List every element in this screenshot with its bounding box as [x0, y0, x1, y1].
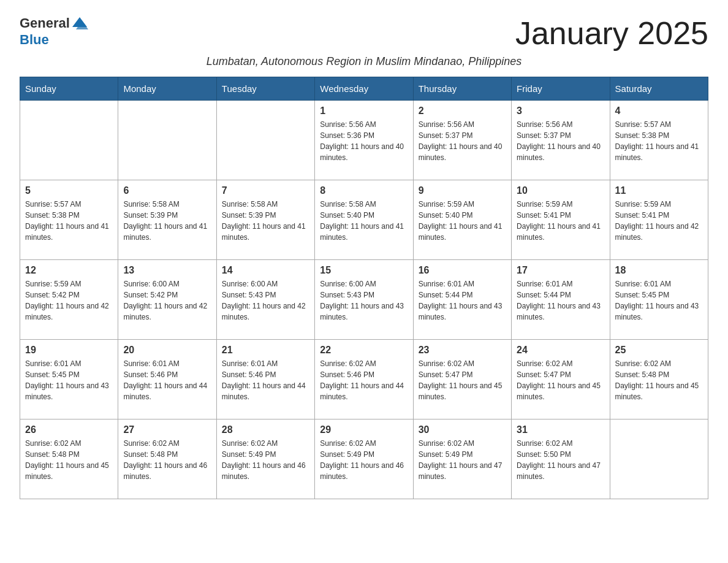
day-number: 13: [123, 265, 211, 276]
calendar-cell: 8Sunrise: 5:58 AM Sunset: 5:40 PM Daylig…: [315, 180, 413, 260]
calendar-week-1: 1Sunrise: 5:56 AM Sunset: 5:36 PM Daylig…: [20, 101, 708, 180]
day-number: 10: [517, 185, 604, 196]
day-info: Sunrise: 6:02 AM Sunset: 5:46 PM Dayligh…: [320, 358, 408, 402]
weekday-header-thursday: Thursday: [413, 77, 511, 101]
calendar-cell: 7Sunrise: 5:58 AM Sunset: 5:39 PM Daylig…: [216, 180, 314, 260]
calendar-cell: 22Sunrise: 6:02 AM Sunset: 5:46 PM Dayli…: [315, 340, 413, 419]
day-info: Sunrise: 6:02 AM Sunset: 5:47 PM Dayligh…: [517, 358, 604, 402]
calendar-cell: 5Sunrise: 5:57 AM Sunset: 5:38 PM Daylig…: [20, 180, 118, 260]
day-info: Sunrise: 6:01 AM Sunset: 5:44 PM Dayligh…: [517, 278, 604, 323]
day-number: 24: [517, 345, 604, 356]
weekday-header-sunday: Sunday: [20, 77, 118, 101]
day-number: 25: [615, 345, 703, 356]
day-info: Sunrise: 6:02 AM Sunset: 5:49 PM Dayligh…: [222, 438, 309, 482]
weekday-header-tuesday: Tuesday: [216, 77, 314, 101]
calendar-cell: [610, 419, 708, 499]
day-number: 18: [615, 265, 703, 276]
day-number: 22: [320, 345, 408, 356]
calendar-cell: 13Sunrise: 6:00 AM Sunset: 5:42 PM Dayli…: [118, 260, 216, 340]
day-info: Sunrise: 6:00 AM Sunset: 5:43 PM Dayligh…: [320, 278, 408, 323]
calendar-cell: 31Sunrise: 6:02 AM Sunset: 5:50 PM Dayli…: [512, 419, 610, 499]
day-info: Sunrise: 6:00 AM Sunset: 5:43 PM Dayligh…: [222, 278, 309, 323]
calendar-cell: 16Sunrise: 6:01 AM Sunset: 5:44 PM Dayli…: [413, 260, 511, 340]
day-info: Sunrise: 5:59 AM Sunset: 5:40 PM Dayligh…: [419, 199, 506, 243]
calendar-week-5: 26Sunrise: 6:02 AM Sunset: 5:48 PM Dayli…: [20, 419, 708, 499]
day-number: 11: [615, 185, 703, 196]
day-number: 4: [615, 105, 703, 117]
day-info: Sunrise: 6:01 AM Sunset: 5:45 PM Dayligh…: [615, 278, 703, 323]
calendar-week-4: 19Sunrise: 6:01 AM Sunset: 5:45 PM Dayli…: [20, 340, 708, 419]
day-number: 15: [320, 265, 408, 276]
calendar-cell: 24Sunrise: 6:02 AM Sunset: 5:47 PM Dayli…: [512, 340, 610, 419]
day-info: Sunrise: 6:02 AM Sunset: 5:48 PM Dayligh…: [123, 438, 211, 482]
day-info: Sunrise: 5:56 AM Sunset: 5:36 PM Dayligh…: [320, 119, 408, 163]
calendar-cell: 14Sunrise: 6:00 AM Sunset: 5:43 PM Dayli…: [216, 260, 314, 340]
calendar-cell: 4Sunrise: 5:57 AM Sunset: 5:38 PM Daylig…: [610, 101, 708, 180]
day-number: 27: [123, 424, 211, 435]
logo-icon: [71, 15, 88, 32]
day-number: 17: [517, 265, 604, 276]
calendar-cell: 21Sunrise: 6:01 AM Sunset: 5:46 PM Dayli…: [216, 340, 314, 419]
day-info: Sunrise: 5:57 AM Sunset: 5:38 PM Dayligh…: [25, 199, 113, 243]
day-number: 31: [517, 424, 604, 435]
calendar-week-2: 5Sunrise: 5:57 AM Sunset: 5:38 PM Daylig…: [20, 180, 708, 260]
calendar-header: SundayMondayTuesdayWednesdayThursdayFrid…: [20, 77, 708, 101]
day-number: 9: [419, 185, 506, 196]
calendar-cell: 26Sunrise: 6:02 AM Sunset: 5:48 PM Dayli…: [20, 419, 118, 499]
logo-blue-text: Blue: [20, 32, 49, 48]
month-title: January 2025: [515, 15, 708, 52]
page-header: General Blue January 2025: [20, 15, 708, 52]
calendar-cell: 1Sunrise: 5:56 AM Sunset: 5:36 PM Daylig…: [315, 101, 413, 180]
day-number: 12: [25, 265, 113, 276]
weekday-header-friday: Friday: [512, 77, 610, 101]
day-number: 14: [222, 265, 309, 276]
day-info: Sunrise: 5:58 AM Sunset: 5:39 PM Dayligh…: [123, 199, 211, 243]
day-number: 21: [222, 345, 309, 356]
day-number: 1: [320, 105, 408, 117]
day-info: Sunrise: 5:59 AM Sunset: 5:41 PM Dayligh…: [517, 199, 604, 243]
calendar-cell: 25Sunrise: 6:02 AM Sunset: 5:48 PM Dayli…: [610, 340, 708, 419]
calendar-week-3: 12Sunrise: 5:59 AM Sunset: 5:42 PM Dayli…: [20, 260, 708, 340]
day-number: 8: [320, 185, 408, 196]
day-info: Sunrise: 5:58 AM Sunset: 5:40 PM Dayligh…: [320, 199, 408, 243]
calendar-cell: 9Sunrise: 5:59 AM Sunset: 5:40 PM Daylig…: [413, 180, 511, 260]
day-number: 2: [419, 105, 506, 117]
calendar-cell: 30Sunrise: 6:02 AM Sunset: 5:49 PM Dayli…: [413, 419, 511, 499]
weekday-header-monday: Monday: [118, 77, 216, 101]
calendar-cell: 23Sunrise: 6:02 AM Sunset: 5:47 PM Dayli…: [413, 340, 511, 419]
calendar-cell: 20Sunrise: 6:01 AM Sunset: 5:46 PM Dayli…: [118, 340, 216, 419]
day-info: Sunrise: 6:01 AM Sunset: 5:46 PM Dayligh…: [222, 358, 309, 402]
calendar-cell: 28Sunrise: 6:02 AM Sunset: 5:49 PM Dayli…: [216, 419, 314, 499]
day-number: 6: [123, 185, 211, 196]
day-number: 3: [517, 105, 604, 117]
day-number: 16: [419, 265, 506, 276]
day-info: Sunrise: 5:58 AM Sunset: 5:39 PM Dayligh…: [222, 199, 309, 243]
day-info: Sunrise: 6:01 AM Sunset: 5:45 PM Dayligh…: [25, 358, 113, 402]
day-number: 30: [419, 424, 506, 435]
day-number: 20: [123, 345, 211, 356]
day-number: 23: [419, 345, 506, 356]
logo-general-text: General: [20, 15, 70, 31]
day-number: 29: [320, 424, 408, 435]
day-info: Sunrise: 5:57 AM Sunset: 5:38 PM Dayligh…: [615, 119, 703, 163]
day-info: Sunrise: 6:02 AM Sunset: 5:48 PM Dayligh…: [25, 438, 113, 482]
day-info: Sunrise: 5:56 AM Sunset: 5:37 PM Dayligh…: [517, 119, 604, 163]
weekday-header-row: SundayMondayTuesdayWednesdayThursdayFrid…: [20, 77, 708, 101]
day-number: 19: [25, 345, 113, 356]
calendar-cell: 12Sunrise: 5:59 AM Sunset: 5:42 PM Dayli…: [20, 260, 118, 340]
day-info: Sunrise: 6:02 AM Sunset: 5:48 PM Dayligh…: [615, 358, 703, 402]
day-info: Sunrise: 6:02 AM Sunset: 5:49 PM Dayligh…: [419, 438, 506, 482]
calendar-cell: 15Sunrise: 6:00 AM Sunset: 5:43 PM Dayli…: [315, 260, 413, 340]
day-number: 7: [222, 185, 309, 196]
day-info: Sunrise: 5:59 AM Sunset: 5:41 PM Dayligh…: [615, 199, 703, 243]
calendar-cell: 3Sunrise: 5:56 AM Sunset: 5:37 PM Daylig…: [512, 101, 610, 180]
calendar-cell: 11Sunrise: 5:59 AM Sunset: 5:41 PM Dayli…: [610, 180, 708, 260]
day-info: Sunrise: 5:59 AM Sunset: 5:42 PM Dayligh…: [25, 278, 113, 323]
day-number: 28: [222, 424, 309, 435]
day-info: Sunrise: 5:56 AM Sunset: 5:37 PM Dayligh…: [419, 119, 506, 163]
day-info: Sunrise: 6:00 AM Sunset: 5:42 PM Dayligh…: [123, 278, 211, 323]
calendar-table: SundayMondayTuesdayWednesdayThursdayFrid…: [20, 77, 708, 499]
day-info: Sunrise: 6:02 AM Sunset: 5:49 PM Dayligh…: [320, 438, 408, 482]
calendar-cell: 10Sunrise: 5:59 AM Sunset: 5:41 PM Dayli…: [512, 180, 610, 260]
day-info: Sunrise: 6:01 AM Sunset: 5:44 PM Dayligh…: [419, 278, 506, 323]
